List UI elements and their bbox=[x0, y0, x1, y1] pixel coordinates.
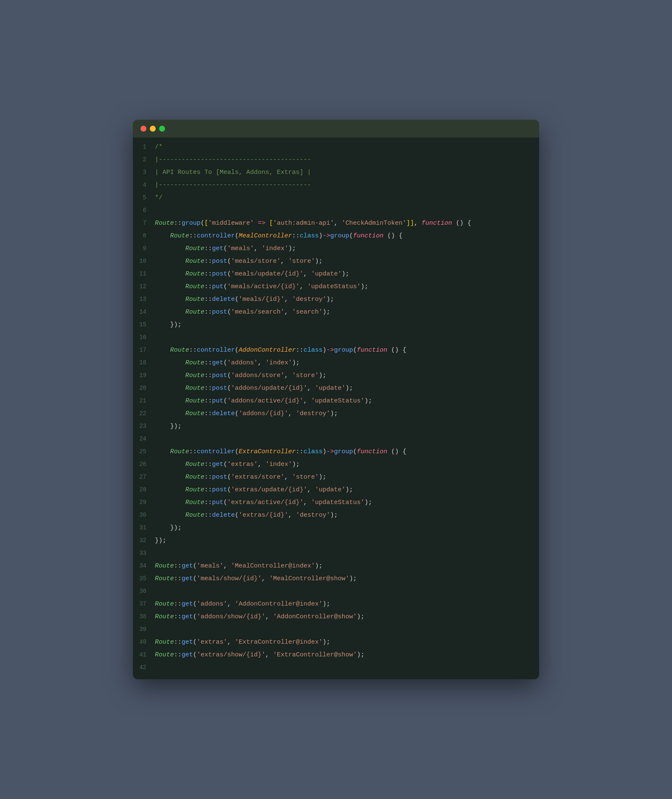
line-number: 12 bbox=[133, 282, 155, 291]
line-content: Route::post('extras/update/{id}', 'updat… bbox=[155, 485, 539, 495]
line-content: Route::put('meals/active/{id}', 'updateS… bbox=[155, 282, 539, 292]
line-content: Route::post('addons/store', 'store'); bbox=[155, 371, 539, 381]
line-content bbox=[155, 434, 539, 444]
line-number: 4 bbox=[133, 180, 155, 190]
code-line-15: 15 }); bbox=[133, 320, 539, 332]
code-line-2: 2 |-------------------------------------… bbox=[133, 154, 539, 167]
line-content: }); bbox=[155, 422, 539, 432]
line-content bbox=[155, 663, 539, 673]
line-content: Route::delete('extras/{id}', 'destroy'); bbox=[155, 510, 539, 521]
line-number: 27 bbox=[133, 472, 155, 482]
code-line-40: 40 Route::get('extras', 'ExtraController… bbox=[133, 637, 539, 650]
line-content: Route::delete('meals/{id}', 'destroy'); bbox=[155, 295, 539, 305]
line-number: 29 bbox=[133, 498, 155, 507]
line-content: Route::get('meals', 'MealController@inde… bbox=[155, 561, 539, 571]
code-line-29: 29 Route::put('extras/active/{id}', 'upd… bbox=[133, 497, 539, 510]
line-number: 6 bbox=[133, 206, 155, 215]
line-number: 22 bbox=[133, 409, 155, 418]
line-content: }); bbox=[155, 536, 539, 546]
line-content: Route::get('extras', 'index'); bbox=[155, 460, 539, 470]
line-content bbox=[155, 206, 539, 216]
code-line-12: 12 Route::put('meals/active/{id}', 'upda… bbox=[133, 281, 539, 294]
line-number: 7 bbox=[133, 218, 155, 228]
line-number: 2 bbox=[133, 155, 155, 164]
line-number: 21 bbox=[133, 396, 155, 405]
line-content: }); bbox=[155, 320, 539, 330]
code-line-14: 14 Route::post('meals/search', 'search')… bbox=[133, 307, 539, 320]
line-content: Route::get('addons', 'index'); bbox=[155, 358, 539, 368]
line-number: 17 bbox=[133, 345, 155, 355]
code-line-38: 38 Route::get('addons/show/{id}', 'Addon… bbox=[133, 612, 539, 624]
line-number: 11 bbox=[133, 269, 155, 278]
minimize-button[interactable] bbox=[150, 126, 156, 132]
line-number: 1 bbox=[133, 142, 155, 152]
line-number: 30 bbox=[133, 510, 155, 520]
code-line-19: 19 Route::post('addons/store', 'store'); bbox=[133, 370, 539, 383]
line-number: 15 bbox=[133, 320, 155, 329]
editor-window: 1 /* 2 |--------------------------------… bbox=[133, 120, 539, 679]
line-number: 13 bbox=[133, 295, 155, 304]
line-number: 3 bbox=[133, 168, 155, 177]
code-line-7: 7 Route::group(['middleware' => ['auth:a… bbox=[133, 218, 539, 231]
code-line-17: 17 Route::controller(AddonController::cl… bbox=[133, 345, 539, 358]
line-content: Route::post('meals/search', 'search'); bbox=[155, 307, 539, 317]
code-line-6: 6 bbox=[133, 205, 539, 218]
line-number: 39 bbox=[133, 625, 155, 634]
line-content: |---------------------------------------… bbox=[155, 180, 539, 190]
code-line-25: 25 Route::controller(ExtraController::cl… bbox=[133, 446, 539, 459]
line-content: Route::delete('addons/{id}', 'destroy'); bbox=[155, 409, 539, 419]
maximize-button[interactable] bbox=[159, 126, 165, 132]
code-line-37: 37 Route::get('addons', 'AddonController… bbox=[133, 599, 539, 612]
code-line-24: 24 bbox=[133, 434, 539, 446]
line-number: 31 bbox=[133, 523, 155, 532]
code-line-35: 35 Route::get('meals/show/{id}', 'MealCo… bbox=[133, 573, 539, 586]
line-number: 28 bbox=[133, 485, 155, 494]
line-content: Route::get('extras/show/{id}', 'ExtraCon… bbox=[155, 650, 539, 660]
line-number: 24 bbox=[133, 434, 155, 444]
close-button[interactable] bbox=[140, 126, 146, 132]
line-number: 18 bbox=[133, 358, 155, 367]
code-line-39: 39 bbox=[133, 624, 539, 637]
line-content: */ bbox=[155, 193, 539, 203]
code-line-20: 20 Route::post('addons/update/{id}', 'up… bbox=[133, 383, 539, 396]
line-content: Route::post('extras/store', 'store'); bbox=[155, 472, 539, 482]
line-number: 38 bbox=[133, 612, 155, 621]
code-line-8: 8 Route::controller(MealController::clas… bbox=[133, 231, 539, 243]
code-line-3: 3 | API Routes To [Meals, Addons, Extras… bbox=[133, 167, 539, 180]
code-line-27: 27 Route::post('extras/store', 'store'); bbox=[133, 472, 539, 485]
line-content: }); bbox=[155, 523, 539, 533]
line-content: Route::put('extras/active/{id}', 'update… bbox=[155, 498, 539, 508]
line-number: 16 bbox=[133, 333, 155, 342]
line-content: /* bbox=[155, 142, 539, 152]
code-line-21: 21 Route::put('addons/active/{id}', 'upd… bbox=[133, 396, 539, 408]
code-line-26: 26 Route::get('extras', 'index'); bbox=[133, 459, 539, 472]
code-line-11: 11 Route::post('meals/update/{id}', 'upd… bbox=[133, 269, 539, 281]
code-line-36: 36 bbox=[133, 586, 539, 599]
line-content: Route::put('addons/active/{id}', 'update… bbox=[155, 396, 539, 406]
code-line-5: 5 */ bbox=[133, 193, 539, 205]
line-content bbox=[155, 333, 539, 343]
line-content: Route::post('meals/update/{id}', 'update… bbox=[155, 269, 539, 279]
line-number: 37 bbox=[133, 599, 155, 609]
line-content: Route::group(['middleware' => ['auth:adm… bbox=[155, 218, 539, 229]
code-line-16: 16 bbox=[133, 332, 539, 345]
line-content: |---------------------------------------… bbox=[155, 155, 539, 165]
line-number: 8 bbox=[133, 231, 155, 240]
code-line-30: 30 Route::delete('extras/{id}', 'destroy… bbox=[133, 510, 539, 523]
code-editor: 1 /* 2 |--------------------------------… bbox=[133, 138, 539, 679]
line-content: Route::get('addons', 'AddonController@in… bbox=[155, 599, 539, 609]
code-line-28: 28 Route::post('extras/update/{id}', 'up… bbox=[133, 485, 539, 497]
line-content bbox=[155, 548, 539, 559]
line-content: | API Routes To [Meals, Addons, Extras] … bbox=[155, 168, 539, 178]
titlebar bbox=[133, 120, 539, 138]
line-content: Route::get('meals/show/{id}', 'MealContr… bbox=[155, 574, 539, 584]
code-line-33: 33 bbox=[133, 548, 539, 561]
line-number: 9 bbox=[133, 244, 155, 253]
line-content: Route::controller(AddonController::class… bbox=[155, 345, 539, 355]
line-number: 32 bbox=[133, 536, 155, 545]
code-line-18: 18 Route::get('addons', 'index'); bbox=[133, 358, 539, 370]
line-content: Route::get('meals', 'index'); bbox=[155, 244, 539, 254]
line-content bbox=[155, 625, 539, 635]
code-line-31: 31 }); bbox=[133, 523, 539, 535]
code-line-41: 41 Route::get('extras/show/{id}', 'Extra… bbox=[133, 650, 539, 662]
